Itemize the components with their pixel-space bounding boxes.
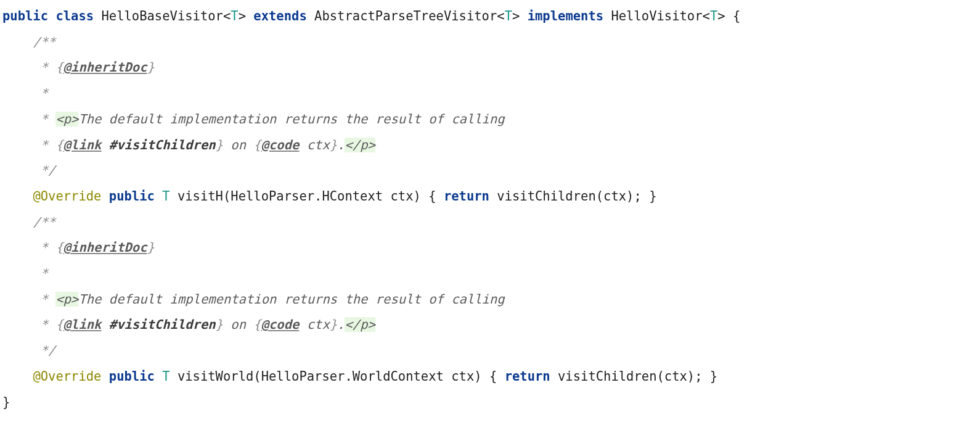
method-signature: visitH(HelloParser.HContext ctx) { [178, 189, 444, 204]
method-visit-h: @Override public T visitH(HelloParser.HC… [2, 189, 656, 204]
keyword-return: return [444, 189, 489, 204]
keyword-extends: extends [253, 9, 306, 23]
class-name: HelloBaseVisitor [101, 9, 223, 23]
javadoc-tag-inheritdoc: @inheritDoc [63, 60, 147, 75]
code-line-1: public class HelloBaseVisitor<T> extends… [2, 9, 740, 23]
keyword-public: public [2, 9, 48, 23]
javadoc-close: */ [33, 163, 55, 178]
keyword-implements: implements [528, 9, 603, 23]
interface-name: HelloVisitor [611, 9, 702, 23]
javadoc-block-2: /** * {@inheritDoc} * * <p>The default i… [2, 215, 505, 358]
method-visit-world: @Override public T visitWorld(HelloParse… [2, 369, 717, 384]
javadoc-block-1: /** * {@inheritDoc} * * <p>The default i… [2, 35, 505, 178]
html-tag-p-close: </p> [345, 138, 375, 152]
annotation-override: @Override [33, 189, 101, 204]
javadoc-text: The default implementation returns the r… [78, 112, 504, 126]
javadoc-tag-code: @code [261, 138, 300, 152]
javadoc-link-target: #visitChildren [109, 138, 216, 152]
keyword-class: class [55, 9, 94, 23]
html-tag-p-open: <p> [55, 112, 78, 126]
superclass-name: AbstractParseTreeVisitor [314, 9, 497, 23]
type-param: T [231, 9, 238, 23]
closing-brace: } [2, 395, 10, 410]
code-editor[interactable]: public class HelloBaseVisitor<T> extends… [0, 0, 980, 415]
javadoc-tag-link: @link [63, 138, 102, 152]
javadoc-open: /** [33, 35, 55, 49]
